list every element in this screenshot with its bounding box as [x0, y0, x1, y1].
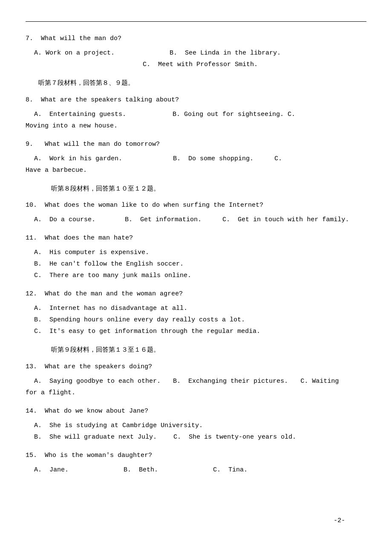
q9-option-a: A. Work in his garden. — [34, 155, 122, 162]
q7-option-a: A. Work on a project. — [34, 49, 115, 57]
q8-option-a: A. Entertaining guests. — [34, 111, 126, 118]
q8-title: 8. What are the speakers talking about? — [26, 95, 366, 105]
q13-option-c-label: C. Waiting — [300, 378, 339, 385]
q13-option-c-cont: for a flight. — [26, 387, 366, 399]
q9-title: 9. What will the man do tomorrow? — [26, 139, 366, 150]
q14-title: 14. What do we know about Jane? — [26, 406, 366, 416]
question-7: 7. What will the man do? A. Work on a pr… — [26, 34, 366, 70]
top-divider — [26, 21, 366, 22]
q14-option-b: B. She will graduate next July. — [34, 434, 157, 441]
question-14: 14. What do we know about Jane? A. She i… — [26, 406, 366, 443]
q12-title: 12. What do the man and the woman agree? — [26, 289, 366, 299]
q13-title: 13. What are the speakers doing? — [26, 362, 366, 372]
q10-title: 10. What does the woman like to do when … — [26, 200, 366, 211]
q10-option-a: A. Do a course. — [34, 216, 95, 223]
q14-option-a: A. She is studying at Cambridge Universi… — [34, 420, 366, 431]
question-8: 8. What are the speakers talking about? … — [26, 95, 366, 132]
q10-option-b: B. Get information. — [125, 216, 202, 223]
q7-option-c: C. Meet with Professor Smith. — [143, 61, 258, 68]
q15-option-c: C. Tina. — [213, 466, 248, 474]
q8-option-b: B. Going out for sightseeing. C. — [173, 111, 295, 118]
section-note-3: 听第９段材料，回答第１３至１６题。 — [51, 345, 366, 356]
q8-option-c: Moving into a new house. — [26, 120, 366, 132]
q9-option-c-label: C. — [274, 155, 282, 162]
q12-option-a: A. Internet has no disadvantage at all. — [34, 303, 366, 314]
q11-option-b: B. He can't follow the English soccer. — [34, 258, 366, 270]
question-12: 12. What do the man and the woman agree?… — [26, 289, 366, 337]
q13-option-a: A. Saying goodbye to each other. — [34, 378, 161, 385]
q9-option-b: B. Do some shopping. — [173, 155, 254, 162]
q7-title: 7. What will the man do? — [26, 34, 366, 44]
section-note-2: 听第８段材料，回答第１０至１２题。 — [51, 184, 366, 195]
q12-option-c: C. It's easy to get information through … — [34, 326, 366, 337]
q11-option-c: C. There are too many junk mails online. — [34, 270, 366, 281]
q15-title: 15. Who is the woman's daughter? — [26, 451, 366, 461]
page-number: -2- — [334, 517, 345, 524]
q11-option-a: A. His computer is expensive. — [34, 247, 366, 258]
q11-title: 11. What does the man hate? — [26, 233, 366, 243]
section-note-1: 听第７段材料，回答第８、９题。 — [38, 78, 366, 89]
q15-option-b: B. Beth. — [124, 466, 158, 474]
question-10: 10. What does the woman like to do when … — [26, 200, 366, 225]
question-9: 9. What will the man do tomorrow? A. Wor… — [26, 139, 366, 176]
q12-option-b: B. Spending hours online every day reall… — [34, 314, 366, 326]
q15-option-a: A. Jane. — [34, 466, 69, 474]
question-13: 13. What are the speakers doing? A. Sayi… — [26, 362, 366, 399]
q10-option-c: C. Get in touch with her family. — [222, 216, 349, 223]
question-11: 11. What does the man hate? A. His compu… — [26, 233, 366, 281]
q13-option-b: B. Exchanging their pictures. — [173, 378, 288, 385]
q7-option-b: B. See Linda in the library. — [170, 49, 281, 57]
q9-option-c: Have a barbecue. — [26, 165, 366, 176]
q14-option-c: C. She is twenty-one years old. — [173, 434, 296, 441]
question-15: 15. Who is the woman's daughter? A. Jane… — [26, 451, 366, 476]
